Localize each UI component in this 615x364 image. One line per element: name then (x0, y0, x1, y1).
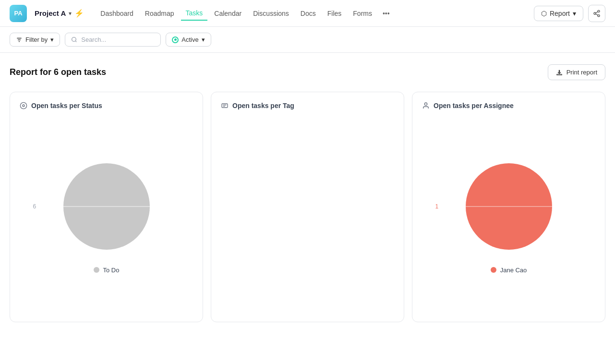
svg-rect-10 (556, 74, 562, 75)
card-tag-label: Open tasks per Tag (232, 102, 294, 109)
search-placeholder: Search... (81, 36, 106, 43)
nav-tab-docs[interactable]: Docs (296, 7, 321, 20)
filter-button[interactable]: Filter by ▾ (10, 33, 60, 47)
status-legend: To Do (94, 267, 120, 274)
svg-point-8 (72, 37, 76, 42)
nav-tab-dashboard[interactable]: Dashboard (96, 7, 138, 20)
assignee-pie-chart (458, 156, 559, 257)
status-pie-chart (56, 156, 157, 257)
assignee-pie-container: 1 Jane Cao (422, 117, 595, 312)
assignee-pie-wrapper: 1 (458, 156, 559, 257)
filter-chevron-icon: ▾ (50, 36, 54, 43)
search-icon (71, 36, 77, 43)
card-tag-title: Open tasks per Tag (221, 102, 394, 109)
nav-tab-tasks[interactable]: Tasks (181, 6, 208, 21)
print-icon (556, 69, 563, 76)
assignee-icon (422, 102, 430, 109)
card-assignee-title: Open tasks per Assignee (422, 102, 595, 109)
project-name: Project A (35, 9, 66, 17)
status-data-label: 6 (33, 203, 36, 210)
main-content: Report for 6 open tasks Print report Ope… (0, 53, 615, 334)
print-btn-label: Print report (567, 69, 597, 76)
active-filter-button[interactable]: Active ▾ (166, 33, 211, 47)
report-cube-icon: ⬡ (541, 10, 547, 17)
flash-icon[interactable]: ⚡ (74, 9, 84, 18)
status-icon (20, 102, 27, 109)
assignee-legend-label: Jane Cao (500, 267, 527, 274)
svg-point-12 (23, 105, 24, 107)
svg-point-11 (20, 102, 26, 109)
card-tag: Open tasks per Tag (211, 92, 404, 322)
svg-line-4 (596, 12, 598, 13)
card-status-title: Open tasks per Status (20, 102, 193, 109)
nav-more-icon[interactable]: ••• (379, 8, 394, 19)
svg-line-3 (596, 14, 598, 15)
active-label: Active (181, 36, 198, 43)
search-box[interactable]: Search... (65, 33, 161, 47)
assignee-data-label: 1 (435, 203, 439, 210)
report-button[interactable]: ⬡ Report ▾ (534, 6, 583, 21)
status-legend-dot (94, 267, 99, 273)
nav-tab-forms[interactable]: Forms (348, 7, 377, 20)
project-chevron-icon[interactable]: ▾ (69, 10, 72, 17)
report-btn-label: Report (550, 10, 570, 17)
status-chart-area: 6 To Do (20, 117, 193, 312)
nav-tab-roadmap[interactable]: Roadmap (140, 7, 179, 20)
project-name-area: Project A ▾ ⚡ (35, 9, 84, 18)
card-assignee-label: Open tasks per Assignee (434, 102, 514, 109)
assignee-chart-area: 1 Jane Cao (422, 117, 595, 312)
filter-icon (16, 36, 23, 43)
share-button[interactable] (588, 5, 605, 22)
nav-tab-calendar[interactable]: Calendar (209, 7, 246, 20)
share-icon (593, 10, 601, 17)
report-header: Report for 6 open tasks Print report (10, 64, 605, 80)
assignee-legend-dot (491, 267, 496, 273)
cards-grid: Open tasks per Status 6 To Do (10, 92, 605, 322)
active-chevron-icon: ▾ (202, 36, 205, 43)
tag-icon (221, 102, 229, 109)
status-legend-label: To Do (103, 267, 120, 274)
report-title: Report for 6 open tasks (10, 67, 106, 77)
filter-label: Filter by (25, 36, 48, 43)
nav-tab-discussions[interactable]: Discussions (248, 7, 294, 20)
header-actions: ⬡ Report ▾ (534, 5, 605, 22)
tag-empty-chart (221, 117, 394, 312)
active-status-dot (172, 36, 179, 43)
status-pie-container: 6 To Do (20, 117, 193, 312)
report-chevron-icon: ▾ (573, 10, 576, 17)
status-pie-wrapper: 6 (56, 156, 157, 257)
card-assignee: Open tasks per Assignee 1 Jane Cao (412, 92, 605, 322)
assignee-legend: Jane Cao (491, 267, 527, 274)
svg-rect-15 (222, 104, 228, 108)
toolbar: Filter by ▾ Search... Active ▾ (0, 27, 615, 53)
project-logo: PA (10, 5, 27, 22)
card-status: Open tasks per Status 6 To Do (10, 92, 203, 322)
print-report-button[interactable]: Print report (548, 64, 605, 80)
header: PA Project A ▾ ⚡ Dashboard Roadmap Tasks… (0, 0, 615, 27)
svg-line-9 (75, 41, 76, 42)
card-status-label: Open tasks per Status (31, 102, 102, 109)
svg-point-18 (424, 103, 427, 105)
nav-tab-files[interactable]: Files (323, 7, 347, 20)
nav-tabs: Dashboard Roadmap Tasks Calendar Discuss… (96, 6, 526, 21)
